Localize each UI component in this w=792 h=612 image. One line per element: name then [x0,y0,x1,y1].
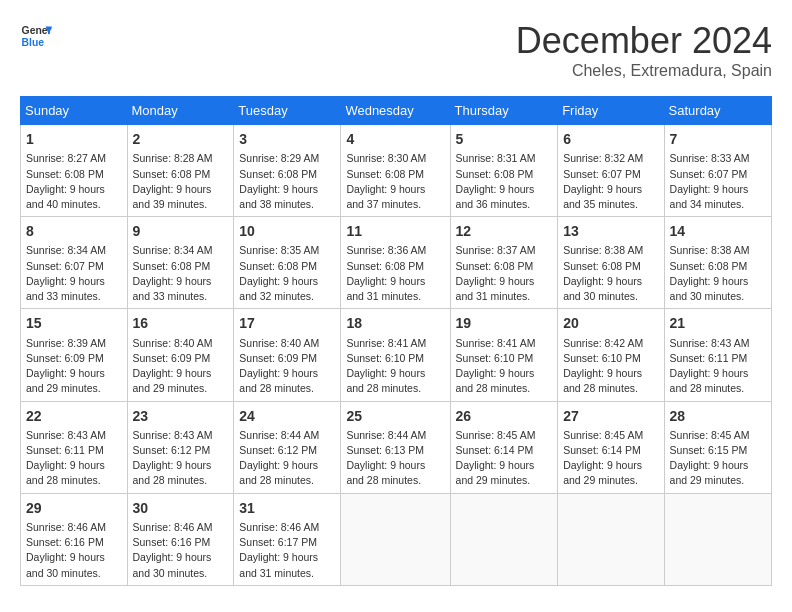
day-info: Sunrise: 8:40 AMSunset: 6:09 PMDaylight:… [239,336,335,397]
day-info: Sunrise: 8:38 AMSunset: 6:08 PMDaylight:… [563,243,658,304]
calendar-cell: 19Sunrise: 8:41 AMSunset: 6:10 PMDayligh… [450,309,558,401]
day-number: 28 [670,406,766,426]
day-info: Sunrise: 8:41 AMSunset: 6:10 PMDaylight:… [346,336,444,397]
day-number: 23 [133,406,229,426]
day-info: Sunrise: 8:45 AMSunset: 6:14 PMDaylight:… [563,428,658,489]
calendar-cell: 16Sunrise: 8:40 AMSunset: 6:09 PMDayligh… [127,309,234,401]
day-info: Sunrise: 8:30 AMSunset: 6:08 PMDaylight:… [346,151,444,212]
weekday-header-wednesday: Wednesday [341,97,450,125]
day-info: Sunrise: 8:43 AMSunset: 6:12 PMDaylight:… [133,428,229,489]
day-number: 26 [456,406,553,426]
calendar-cell: 2Sunrise: 8:28 AMSunset: 6:08 PMDaylight… [127,125,234,217]
day-number: 1 [26,129,122,149]
day-number: 5 [456,129,553,149]
day-number: 31 [239,498,335,518]
day-number: 8 [26,221,122,241]
day-number: 27 [563,406,658,426]
day-number: 9 [133,221,229,241]
calendar-cell [341,493,450,585]
day-info: Sunrise: 8:44 AMSunset: 6:12 PMDaylight:… [239,428,335,489]
calendar-cell: 12Sunrise: 8:37 AMSunset: 6:08 PMDayligh… [450,217,558,309]
calendar-cell: 11Sunrise: 8:36 AMSunset: 6:08 PMDayligh… [341,217,450,309]
day-info: Sunrise: 8:43 AMSunset: 6:11 PMDaylight:… [670,336,766,397]
calendar-cell: 20Sunrise: 8:42 AMSunset: 6:10 PMDayligh… [558,309,664,401]
weekday-header-row: SundayMondayTuesdayWednesdayThursdayFrid… [21,97,772,125]
title-area: December 2024 Cheles, Extremadura, Spain [516,20,772,80]
calendar-cell [450,493,558,585]
day-number: 18 [346,313,444,333]
day-info: Sunrise: 8:32 AMSunset: 6:07 PMDaylight:… [563,151,658,212]
weekday-header-thursday: Thursday [450,97,558,125]
day-info: Sunrise: 8:35 AMSunset: 6:08 PMDaylight:… [239,243,335,304]
week-row-3: 15Sunrise: 8:39 AMSunset: 6:09 PMDayligh… [21,309,772,401]
location-title: Cheles, Extremadura, Spain [516,62,772,80]
day-info: Sunrise: 8:33 AMSunset: 6:07 PMDaylight:… [670,151,766,212]
calendar-cell: 6Sunrise: 8:32 AMSunset: 6:07 PMDaylight… [558,125,664,217]
calendar-cell [558,493,664,585]
calendar-cell: 13Sunrise: 8:38 AMSunset: 6:08 PMDayligh… [558,217,664,309]
day-info: Sunrise: 8:43 AMSunset: 6:11 PMDaylight:… [26,428,122,489]
day-info: Sunrise: 8:42 AMSunset: 6:10 PMDaylight:… [563,336,658,397]
day-number: 3 [239,129,335,149]
weekday-header-saturday: Saturday [664,97,771,125]
calendar-cell: 8Sunrise: 8:34 AMSunset: 6:07 PMDaylight… [21,217,128,309]
day-info: Sunrise: 8:28 AMSunset: 6:08 PMDaylight:… [133,151,229,212]
calendar-cell: 17Sunrise: 8:40 AMSunset: 6:09 PMDayligh… [234,309,341,401]
calendar-cell: 21Sunrise: 8:43 AMSunset: 6:11 PMDayligh… [664,309,771,401]
calendar-cell: 24Sunrise: 8:44 AMSunset: 6:12 PMDayligh… [234,401,341,493]
day-info: Sunrise: 8:36 AMSunset: 6:08 PMDaylight:… [346,243,444,304]
calendar-cell: 3Sunrise: 8:29 AMSunset: 6:08 PMDaylight… [234,125,341,217]
day-info: Sunrise: 8:46 AMSunset: 6:17 PMDaylight:… [239,520,335,581]
day-number: 22 [26,406,122,426]
svg-text:Blue: Blue [22,37,45,48]
day-number: 15 [26,313,122,333]
calendar-cell: 9Sunrise: 8:34 AMSunset: 6:08 PMDaylight… [127,217,234,309]
week-row-2: 8Sunrise: 8:34 AMSunset: 6:07 PMDaylight… [21,217,772,309]
day-info: Sunrise: 8:27 AMSunset: 6:08 PMDaylight:… [26,151,122,212]
calendar-table: SundayMondayTuesdayWednesdayThursdayFrid… [20,96,772,586]
logo: General Blue [20,20,52,52]
calendar-cell: 5Sunrise: 8:31 AMSunset: 6:08 PMDaylight… [450,125,558,217]
calendar-cell [664,493,771,585]
day-number: 11 [346,221,444,241]
weekday-header-friday: Friday [558,97,664,125]
calendar-cell: 29Sunrise: 8:46 AMSunset: 6:16 PMDayligh… [21,493,128,585]
calendar-cell: 27Sunrise: 8:45 AMSunset: 6:14 PMDayligh… [558,401,664,493]
day-info: Sunrise: 8:29 AMSunset: 6:08 PMDaylight:… [239,151,335,212]
day-info: Sunrise: 8:40 AMSunset: 6:09 PMDaylight:… [133,336,229,397]
day-number: 7 [670,129,766,149]
logo-icon: General Blue [20,20,52,52]
day-number: 16 [133,313,229,333]
day-info: Sunrise: 8:37 AMSunset: 6:08 PMDaylight:… [456,243,553,304]
calendar-cell: 23Sunrise: 8:43 AMSunset: 6:12 PMDayligh… [127,401,234,493]
day-number: 25 [346,406,444,426]
calendar-cell: 28Sunrise: 8:45 AMSunset: 6:15 PMDayligh… [664,401,771,493]
day-number: 6 [563,129,658,149]
week-row-4: 22Sunrise: 8:43 AMSunset: 6:11 PMDayligh… [21,401,772,493]
day-info: Sunrise: 8:46 AMSunset: 6:16 PMDaylight:… [133,520,229,581]
day-info: Sunrise: 8:45 AMSunset: 6:15 PMDaylight:… [670,428,766,489]
day-info: Sunrise: 8:31 AMSunset: 6:08 PMDaylight:… [456,151,553,212]
day-number: 20 [563,313,658,333]
day-number: 21 [670,313,766,333]
weekday-header-monday: Monday [127,97,234,125]
calendar-cell: 14Sunrise: 8:38 AMSunset: 6:08 PMDayligh… [664,217,771,309]
day-info: Sunrise: 8:38 AMSunset: 6:08 PMDaylight:… [670,243,766,304]
calendar-cell: 22Sunrise: 8:43 AMSunset: 6:11 PMDayligh… [21,401,128,493]
calendar-cell: 10Sunrise: 8:35 AMSunset: 6:08 PMDayligh… [234,217,341,309]
day-number: 29 [26,498,122,518]
day-number: 24 [239,406,335,426]
calendar-cell: 15Sunrise: 8:39 AMSunset: 6:09 PMDayligh… [21,309,128,401]
week-row-5: 29Sunrise: 8:46 AMSunset: 6:16 PMDayligh… [21,493,772,585]
day-info: Sunrise: 8:34 AMSunset: 6:08 PMDaylight:… [133,243,229,304]
calendar-cell: 31Sunrise: 8:46 AMSunset: 6:17 PMDayligh… [234,493,341,585]
day-number: 4 [346,129,444,149]
day-info: Sunrise: 8:34 AMSunset: 6:07 PMDaylight:… [26,243,122,304]
day-number: 19 [456,313,553,333]
day-info: Sunrise: 8:46 AMSunset: 6:16 PMDaylight:… [26,520,122,581]
weekday-header-sunday: Sunday [21,97,128,125]
day-number: 14 [670,221,766,241]
day-number: 13 [563,221,658,241]
day-number: 30 [133,498,229,518]
day-number: 12 [456,221,553,241]
